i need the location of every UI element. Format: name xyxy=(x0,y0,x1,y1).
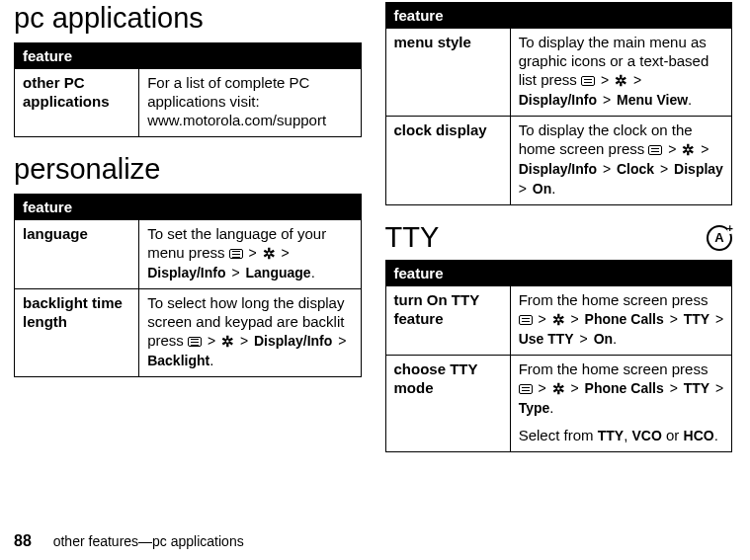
table-row: backlight time length To select how long… xyxy=(15,288,362,376)
page-number: 88 xyxy=(14,532,32,549)
menu-icon xyxy=(581,76,595,86)
menu-icon xyxy=(229,249,243,259)
feature-name: turn On TTY feature xyxy=(385,286,510,356)
feature-name: menu style xyxy=(385,29,510,117)
heading-tty: TTY A xyxy=(385,221,733,254)
chevron-icon: > xyxy=(202,333,221,349)
heading-personalize: personalize xyxy=(14,153,362,186)
heading-tty-text: TTY xyxy=(385,221,440,254)
chevron-icon: > xyxy=(234,333,254,349)
menu-icon xyxy=(648,145,662,155)
table-header: feature xyxy=(15,194,362,219)
feature-name: language xyxy=(15,219,139,288)
table-row: choose TTY mode From the home screen pre… xyxy=(385,356,732,452)
tools-icon: ✲ xyxy=(682,142,695,157)
menu-path-item: TTY xyxy=(684,380,709,396)
feature-name: choose TTY mode xyxy=(385,356,510,452)
feature-desc: From the home screen press > ✲ > Phone C… xyxy=(510,356,731,452)
table-row: clock display To display the clock on th… xyxy=(385,117,732,205)
chevron-icon: > xyxy=(664,380,684,396)
chevron-icon: > xyxy=(565,380,585,396)
menu-path-item: Clock xyxy=(617,161,654,177)
table-header: feature xyxy=(385,261,732,286)
feature-name: other PC applications xyxy=(15,69,139,137)
table-header: feature xyxy=(15,43,362,69)
chevron-icon: > xyxy=(654,161,674,177)
chevron-icon: > xyxy=(276,245,292,261)
tools-icon: ✲ xyxy=(552,312,565,327)
page: pc applications feature other PC applica… xyxy=(0,0,750,468)
menu-path-item: Use TTY xyxy=(519,331,574,347)
menu-path-item: Phone Calls xyxy=(585,380,664,396)
menu-path-item: On xyxy=(533,181,551,197)
chevron-icon: > xyxy=(627,72,643,88)
feature-desc: To select how long the display screen an… xyxy=(139,288,361,376)
feature-name: clock display xyxy=(385,117,510,205)
chevron-icon: > xyxy=(565,311,585,327)
table-tty: feature turn On TTY feature From the hom… xyxy=(385,260,733,452)
menu-path-item: On xyxy=(594,331,613,347)
chevron-icon: > xyxy=(533,311,552,327)
feature-desc: To display the clock on the home screen … xyxy=(510,117,731,205)
menu-icon xyxy=(188,337,202,347)
chevron-icon: > xyxy=(709,311,725,327)
heading-pc-applications: pc applications xyxy=(14,2,362,35)
chevron-icon: > xyxy=(597,161,617,177)
tools-icon: ✲ xyxy=(221,334,234,349)
page-footer: 88 other features—pc applications xyxy=(14,532,244,550)
tools-icon: ✲ xyxy=(263,246,276,261)
chevron-icon: > xyxy=(332,333,348,349)
accessibility-badge-icon: A xyxy=(707,225,732,251)
tools-icon: ✲ xyxy=(552,381,565,396)
feature-desc: From the home screen press > ✲ > Phone C… xyxy=(510,286,731,356)
feature-desc: To display the main menu as graphic icon… xyxy=(510,29,731,117)
chevron-icon: > xyxy=(595,72,615,88)
table-row: language To set the language of your men… xyxy=(15,219,362,288)
menu-path-item: Display/Info xyxy=(519,161,597,177)
table-header: feature xyxy=(385,3,732,29)
menu-path-item: Menu View xyxy=(617,92,688,108)
table-pc-applications: feature other PC applications For a list… xyxy=(14,42,362,137)
chevron-icon: > xyxy=(664,311,684,327)
footer-text: other features—pc applications xyxy=(53,533,244,549)
menu-path-item: Phone Calls xyxy=(585,311,664,327)
menu-path-item: Display xyxy=(674,161,723,177)
feature-name: backlight time length xyxy=(15,288,139,376)
chevron-icon: > xyxy=(695,141,710,157)
table-row: menu style To display the main menu as g… xyxy=(385,29,732,117)
menu-path-item: Display/Info xyxy=(147,265,225,280)
chevron-icon: > xyxy=(533,380,552,396)
feature-desc: To set the language of your menu press >… xyxy=(139,219,361,288)
chevron-icon: > xyxy=(574,331,594,347)
menu-path-item: TTY xyxy=(684,311,709,327)
table-row: other PC applications For a list of comp… xyxy=(15,69,362,137)
table-row: turn On TTY feature From the home screen… xyxy=(385,286,732,356)
menu-icon xyxy=(519,384,533,394)
right-column: feature menu style To display the main m… xyxy=(385,0,733,468)
tools-icon: ✲ xyxy=(615,73,627,88)
menu-path-item: Display/Info xyxy=(254,333,332,349)
chevron-icon: > xyxy=(226,265,246,280)
chevron-icon: > xyxy=(662,141,682,157)
menu-path-item: Type xyxy=(519,400,550,416)
table-personalize-cont: feature menu style To display the main m… xyxy=(385,2,733,205)
table-personalize: feature language To set the language of … xyxy=(14,194,362,377)
menu-path-item: Language xyxy=(246,265,311,280)
menu-path-item: Display/Info xyxy=(519,92,597,108)
left-column: pc applications feature other PC applica… xyxy=(14,0,362,468)
chevron-icon: > xyxy=(243,245,263,261)
feature-desc: For a list of complete PC applications v… xyxy=(139,69,361,137)
menu-icon xyxy=(519,315,533,325)
menu-path-item: Backlight xyxy=(147,353,209,368)
chevron-icon: > xyxy=(597,92,617,108)
chevron-icon: > xyxy=(709,380,725,396)
